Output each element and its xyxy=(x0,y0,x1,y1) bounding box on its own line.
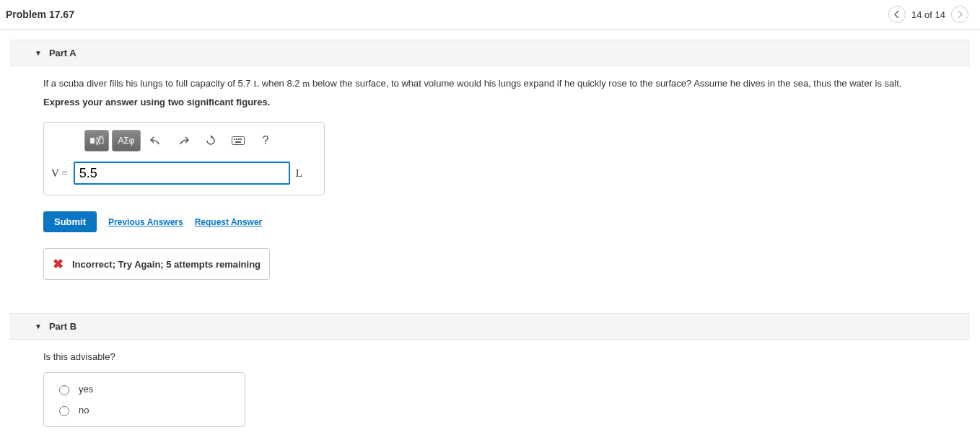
undo-button[interactable] xyxy=(144,130,168,151)
option-yes-label: yes xyxy=(79,384,93,395)
fraction-root-icon: x xyxy=(89,135,104,146)
help-button[interactable]: ? xyxy=(253,130,278,151)
next-button[interactable] xyxy=(951,6,968,23)
nav-count: 14 of 14 xyxy=(911,9,945,20)
instruction-text: Express your answer using two significan… xyxy=(43,97,968,107)
radio-no[interactable] xyxy=(59,406,69,416)
reset-button[interactable] xyxy=(198,130,223,151)
q-text: when 8.2 xyxy=(259,78,302,89)
redo-button[interactable] xyxy=(171,130,196,151)
chevron-left-icon xyxy=(894,11,900,18)
q-text: If a scuba diver fills his lungs to full… xyxy=(43,78,253,89)
answer-box: x ΑΣφ ? V = L xyxy=(43,122,325,195)
q-unit: L xyxy=(253,78,259,89)
part-b-question: Is this advisable? xyxy=(43,351,968,362)
radio-yes[interactable] xyxy=(59,385,69,395)
problem-title: Problem 17.67 xyxy=(6,9,74,20)
svg-rect-8 xyxy=(235,141,241,143)
part-a-actions: Submit Previous Answers Request Answer xyxy=(43,211,968,232)
q-text: below the surface, to what volume would … xyxy=(310,78,901,89)
prev-button[interactable] xyxy=(888,6,906,23)
answer-input[interactable] xyxy=(74,162,290,185)
svg-rect-6 xyxy=(238,138,240,140)
feedback-text: Incorrect; Try Again; 5 attempts remaini… xyxy=(72,259,261,270)
reset-icon xyxy=(205,135,216,146)
caret-down-icon: ▼ xyxy=(35,322,42,330)
keyboard-button[interactable] xyxy=(226,130,250,151)
part-b-body: Is this advisable? yes no Submit Request… xyxy=(0,340,980,440)
q-unit: m xyxy=(302,78,310,89)
answer-row: V = L xyxy=(51,162,317,185)
svg-rect-4 xyxy=(234,138,235,140)
template-button[interactable]: x xyxy=(84,130,109,151)
part-b-title: Part B xyxy=(49,321,76,332)
keyboard-icon xyxy=(232,136,245,145)
caret-down-icon: ▼ xyxy=(35,49,42,57)
svg-rect-0 xyxy=(90,138,95,144)
svg-rect-5 xyxy=(236,138,237,140)
part-a-body: If a scuba diver fills his lungs to full… xyxy=(0,66,980,291)
part-a-title: Part A xyxy=(49,48,76,58)
problem-header: Problem 17.67 14 of 14 xyxy=(0,0,980,30)
option-no[interactable]: no xyxy=(56,404,233,416)
submit-button[interactable]: Submit xyxy=(43,211,97,232)
svg-rect-7 xyxy=(240,138,242,140)
nav-controls: 14 of 14 xyxy=(888,6,968,23)
formula-toolbar: x ΑΣφ ? xyxy=(84,130,317,151)
part-a-header[interactable]: ▼ Part A xyxy=(10,40,970,66)
incorrect-icon: ✖ xyxy=(53,256,64,272)
option-yes[interactable]: yes xyxy=(56,383,233,395)
chevron-right-icon xyxy=(957,11,963,18)
svg-rect-2 xyxy=(100,138,103,144)
unit-label: L xyxy=(296,167,302,180)
feedback-box: ✖ Incorrect; Try Again; 5 attempts remai… xyxy=(43,248,270,280)
previous-answers-link[interactable]: Previous Answers xyxy=(108,217,183,227)
variable-label: V = xyxy=(51,167,68,180)
radio-options: yes no xyxy=(43,372,245,427)
redo-icon xyxy=(178,136,189,146)
undo-icon xyxy=(150,136,162,146)
request-answer-link[interactable]: Request Answer xyxy=(195,217,263,227)
part-a-question: If a scuba diver fills his lungs to full… xyxy=(43,78,968,89)
part-b-header[interactable]: ▼ Part B xyxy=(10,313,970,340)
greek-button[interactable]: ΑΣφ xyxy=(112,130,141,151)
svg-rect-3 xyxy=(232,137,245,145)
option-no-label: no xyxy=(79,405,89,415)
